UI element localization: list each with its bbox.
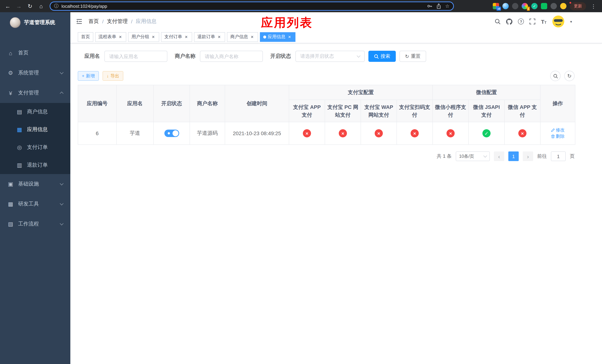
delete-label: 删除 [556, 133, 565, 139]
url-text[interactable]: localhost:1024/pay/app [62, 3, 424, 9]
tab-label: 支付订单 [164, 34, 182, 40]
tab-label: 商户信息 [230, 34, 248, 40]
search-icon[interactable] [495, 19, 501, 24]
extension-wechat-icon[interactable] [541, 3, 547, 9]
col-header-wechat-mini: 微信小程序支付 [433, 100, 469, 122]
app-name-input[interactable] [104, 51, 167, 62]
server-icon: ▣ [7, 181, 14, 187]
extension-badge: 10 [496, 7, 501, 11]
app-name-label: 应用名 [85, 53, 100, 60]
export-button[interactable]: ↓ 导出 [103, 71, 123, 81]
github-icon[interactable] [506, 18, 513, 25]
tab-label: 退款订单 [197, 34, 215, 40]
sidebar-item-home[interactable]: ⌂ 首页 [0, 43, 70, 63]
extensions-puzzle-icon[interactable] [550, 3, 557, 9]
toolbox-icon: ▩ [7, 201, 14, 207]
col-header-merchant: 商户名称 [190, 85, 225, 122]
bookmark-star-icon[interactable]: ☆ [445, 3, 450, 9]
extension-face-icon[interactable] [560, 3, 567, 9]
fullscreen-icon[interactable] [530, 19, 536, 24]
font-size-icon[interactable]: TT [541, 19, 547, 24]
chevron-down-icon [60, 71, 64, 74]
sidebar-item-dev-tools[interactable]: ▩ 研发工具 [0, 194, 70, 214]
reset-button[interactable]: ↻ 重置 [399, 51, 426, 62]
extension-globe-icon[interactable] [512, 3, 518, 9]
sidebar-item-workflow[interactable]: ▧ 工作流程 [0, 214, 70, 234]
extension-grammarly-icon[interactable]: ✓ [531, 3, 538, 9]
close-icon[interactable]: × [118, 34, 123, 39]
sidebar-item-refund-order[interactable]: ▥ 退款订单 [0, 156, 70, 174]
sidebar-item-system[interactable]: ⚙ 系统管理 [0, 63, 70, 83]
tab-app-info[interactable]: 应用信息× [260, 32, 295, 42]
goto-page-input[interactable] [551, 151, 566, 161]
help-icon[interactable]: ? [518, 19, 524, 24]
sidebar-item-app-info[interactable]: ▦ 应用信息 [0, 121, 70, 139]
browser-update-button[interactable]: 更新 [570, 2, 586, 10]
tab-merchant-info[interactable]: 商户信息× [227, 32, 258, 42]
browser-back-button[interactable]: ← [3, 1, 13, 11]
sidebar-item-payment[interactable]: ¥ 支付管理 [0, 83, 70, 103]
extension-drop-icon[interactable] [502, 3, 509, 9]
sidebar-toggle-button[interactable] [76, 19, 83, 24]
avatar-caret-down-icon[interactable]: ▾ [570, 20, 572, 23]
screen: ← → ↻ ⌂ ⓘ localhost:1024/pay/app ☆ 10 1 … [0, 0, 602, 364]
next-page-button[interactable]: › [523, 151, 533, 161]
annotation-overlay: 应用列表 [261, 15, 313, 31]
logo-avatar [10, 17, 21, 28]
refresh-table-button[interactable]: ↻ [564, 71, 575, 81]
browser-reload-button[interactable]: ↻ [25, 1, 35, 11]
sidebar-item-merchant-info[interactable]: ▤ 商户信息 [0, 103, 70, 121]
enabled-toggle[interactable] [164, 130, 179, 137]
merchant-name-input[interactable] [200, 51, 263, 62]
extension-grid-icon[interactable]: 10 [493, 3, 499, 9]
chevron-down-icon [357, 54, 360, 58]
card-icon: ▤ [16, 108, 22, 115]
page-number-1[interactable]: 1 [508, 151, 519, 161]
breadcrumb-item-home[interactable]: 首页 [88, 18, 99, 25]
avatar[interactable] [552, 15, 565, 28]
browser-home-button[interactable]: ⌂ [36, 1, 46, 11]
toolbar-right: ↻ [550, 71, 575, 81]
toggle-search-button[interactable] [550, 71, 560, 81]
browser-forward-button[interactable]: → [14, 1, 24, 11]
sidebar-item-infrastructure[interactable]: ▣ 基础设施 [0, 174, 70, 194]
extension-avatar-icon[interactable]: 1 [522, 3, 528, 9]
add-button[interactable]: + 新增 [78, 71, 99, 81]
close-icon[interactable]: × [184, 34, 189, 39]
breadcrumb-item-payment[interactable]: 支付管理 [107, 18, 128, 25]
table-toolbar: + 新增 ↓ 导出 ↻ [78, 71, 575, 81]
menu-label: 首页 [18, 50, 29, 56]
cell-app-name: 芋道 [117, 122, 153, 145]
close-icon[interactable]: × [287, 34, 292, 39]
tab-pay-order[interactable]: 支付订单× [161, 32, 192, 42]
tab-home[interactable]: 首页 [78, 32, 93, 42]
document-icon: ▥ [16, 162, 22, 169]
sidebar-item-pay-order[interactable]: ◎ 支付订单 [0, 139, 70, 156]
site-info-icon[interactable]: ⓘ [54, 3, 58, 9]
search-button[interactable]: 搜索 [368, 51, 396, 62]
share-icon[interactable] [436, 3, 441, 9]
tab-refund-order[interactable]: 退款订单× [194, 32, 225, 42]
close-icon[interactable]: × [216, 34, 222, 39]
cell-alipay-app: × [289, 122, 325, 145]
browser-menu-icon[interactable]: ⋮ [589, 3, 598, 9]
tabs-bar: 首页 流程表单× 用户分组× 支付订单× 退款订单× 商户信息× 应用信息× [70, 31, 602, 43]
tab-user-group[interactable]: 用户分组× [128, 32, 159, 42]
prev-page-button[interactable]: ‹ [494, 151, 504, 161]
password-key-icon[interactable] [427, 3, 433, 9]
chevron-down-icon [60, 222, 64, 225]
edit-button[interactable]: 修改 [551, 127, 565, 133]
tab-process-form[interactable]: 流程表单× [95, 32, 126, 42]
page-size-select[interactable]: 10条/页 [456, 151, 490, 161]
close-icon[interactable]: × [151, 34, 156, 39]
close-icon[interactable]: × [249, 34, 255, 39]
sidebar: 芋道管理系统 ⌂ 首页 ⚙ 系统管理 ¥ 支付管理 [0, 12, 70, 364]
status-cross-icon: × [447, 129, 455, 137]
menu-label: 支付管理 [18, 90, 39, 96]
address-bar[interactable]: ⓘ localhost:1024/pay/app ☆ [50, 1, 454, 11]
col-header-wechat-app: 微信 APP 支付 [505, 100, 540, 122]
status-select[interactable]: 请选择开启状态 [295, 51, 365, 62]
delete-button[interactable]: 删除 [551, 133, 565, 139]
menu-label: 研发工具 [18, 201, 39, 207]
col-header-app-id: 应用编号 [78, 85, 117, 122]
